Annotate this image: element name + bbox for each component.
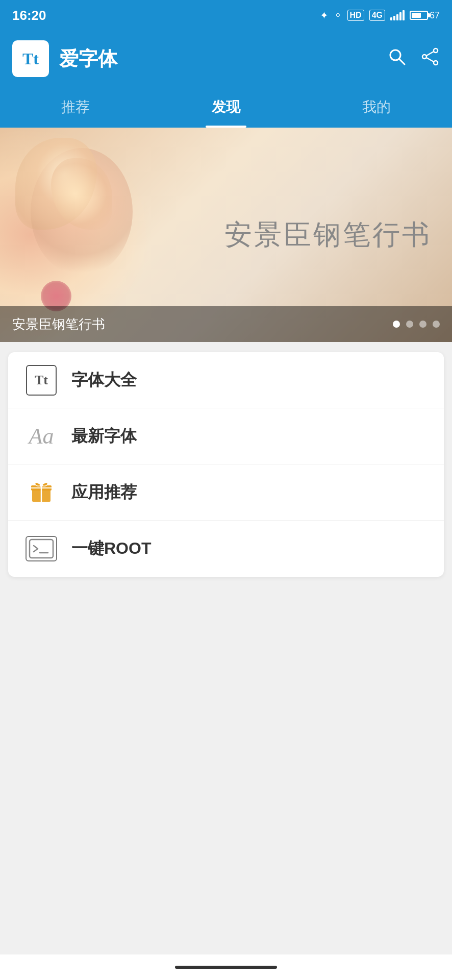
latest-fonts-label: 最新字体 — [71, 425, 137, 448]
menu-list: Tt 字体大全 Aa 最新字体 — [8, 352, 444, 577]
svg-rect-12 — [30, 540, 53, 558]
banner-overlay: 安景臣钢笔行书 — [0, 306, 452, 342]
hd-icon: HD — [347, 10, 364, 21]
tab-bar: 推荐 发现 我的 — [0, 87, 452, 128]
banner-dot-4 — [433, 321, 440, 328]
banner-dot-2 — [406, 321, 413, 328]
banner-text: 安景臣钢笔行书 — [224, 216, 432, 254]
svg-point-4 — [434, 61, 438, 65]
app-bar: Tt 爱字体 — [0, 31, 452, 87]
menu-item-app-recommend[interactable]: 应用推荐 — [8, 464, 444, 521]
bottom-home-indicator — [175, 966, 277, 969]
bluetooth-icon: ✦ — [320, 9, 329, 21]
svg-point-2 — [434, 48, 438, 53]
banner-dot-3 — [419, 321, 426, 328]
svg-point-3 — [422, 55, 426, 59]
app-logo-text: Tt — [22, 50, 39, 68]
search-icon[interactable] — [388, 47, 406, 70]
bottom-nav-bar — [0, 954, 452, 980]
alarm-icon: ⚬ — [334, 9, 342, 21]
menu-item-latest-fonts[interactable]: Aa 最新字体 — [8, 408, 444, 464]
menu-item-root[interactable]: 一键ROOT — [8, 521, 444, 577]
app-title: 爱字体 — [59, 46, 388, 72]
signal-icon — [390, 10, 405, 20]
battery-icon: 67 — [410, 10, 440, 21]
empty-area — [0, 587, 452, 893]
font-collection-label: 字体大全 — [71, 369, 137, 391]
status-time: 16:20 — [12, 8, 46, 23]
root-icon — [23, 531, 59, 567]
status-bar: 16:20 ✦ ⚬ HD 4G 67 — [0, 0, 452, 31]
menu-item-font-collection[interactable]: Tt 字体大全 — [8, 352, 444, 408]
svg-line-5 — [426, 52, 434, 56]
banner-dot-1 — [393, 321, 400, 328]
font-collection-icon: Tt — [23, 362, 59, 398]
latest-fonts-icon: Aa — [23, 419, 59, 454]
root-label: 一键ROOT — [71, 537, 151, 560]
svg-line-6 — [426, 58, 434, 62]
tab-mine[interactable]: 我的 — [302, 87, 452, 128]
app-bar-actions — [388, 47, 440, 70]
banner-caption: 安景臣钢笔行书 — [12, 315, 105, 333]
app-recommend-label: 应用推荐 — [71, 481, 137, 504]
svg-line-1 — [399, 59, 405, 64]
tab-discover[interactable]: 发现 — [150, 87, 301, 128]
share-icon[interactable] — [421, 47, 440, 70]
tab-recommend[interactable]: 推荐 — [0, 87, 150, 128]
app-logo: Tt — [12, 40, 49, 77]
banner-dots — [393, 321, 440, 328]
app-recommend-icon — [23, 475, 59, 510]
banner[interactable]: 安景臣钢笔行书 安景臣钢笔行书 — [0, 128, 452, 342]
svg-point-11 — [40, 484, 43, 487]
4g-icon: 4G — [369, 10, 385, 21]
status-icons: ✦ ⚬ HD 4G 67 — [320, 9, 440, 21]
